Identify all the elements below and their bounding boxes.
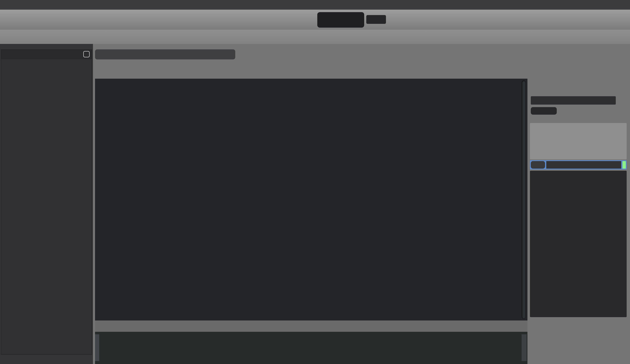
search-bar	[1, 50, 92, 59]
time-value	[317, 12, 364, 28]
device-description-box	[530, 123, 627, 159]
menu-bar	[0, 0, 630, 10]
time-display[interactable]	[317, 12, 364, 28]
app-window	[0, 0, 630, 364]
keyboard-scroll-right[interactable]	[522, 334, 526, 361]
rack-module-inspector	[528, 44, 630, 364]
main-tab-row	[0, 30, 630, 44]
search-options-button[interactable]	[83, 51, 90, 57]
main-toolbar	[0, 10, 630, 30]
module-label-input[interactable]	[531, 96, 616, 105]
program-row[interactable]	[530, 160, 627, 169]
search-input[interactable]	[3, 52, 79, 57]
arrangement-rack	[95, 79, 528, 321]
used-badge	[622, 161, 626, 169]
keyboard-scroll-left[interactable]	[95, 334, 99, 361]
program-number-dropdown[interactable]	[531, 161, 545, 169]
library-panel	[1, 49, 92, 355]
program-name-field[interactable]	[546, 161, 621, 169]
tempo-field[interactable]	[366, 15, 386, 24]
sidebar-title	[1, 46, 92, 49]
document-title-button[interactable]	[95, 49, 235, 59]
rack-module-library-sidebar	[0, 44, 93, 364]
keyboard-toolbar	[95, 321, 528, 332]
inspector-empty-area	[530, 171, 627, 317]
content-area	[0, 44, 630, 364]
routing-dropdown[interactable]	[531, 107, 557, 115]
rack-scrollbar[interactable]	[522, 80, 526, 319]
piano-keyboard	[95, 332, 528, 364]
library-tree	[1, 59, 92, 354]
